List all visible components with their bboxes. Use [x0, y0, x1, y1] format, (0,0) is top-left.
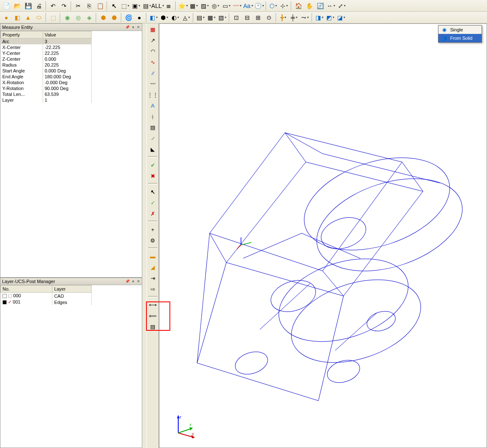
paste-icon[interactable]: 📋 [95, 1, 105, 11]
dropdown-item[interactable]: ◨From Solid [438, 34, 482, 42]
select-arrow-icon[interactable]: ↖ [109, 1, 119, 11]
open-file-icon[interactable]: 📂 [12, 1, 22, 11]
dim-hatch-icon[interactable]: ▨ [148, 322, 158, 332]
copy-icon[interactable]: ⎘ [84, 1, 94, 11]
wireframe-view-icon[interactable]: ⬡ [268, 1, 278, 11]
circle-dropdown-icon[interactable]: ◎ [210, 1, 220, 11]
shell2-icon[interactable]: ⬣ [109, 13, 119, 23]
table-row[interactable]: X-Center-22.225 [1, 44, 92, 50]
extend-right2-icon[interactable]: ⇨ [148, 284, 158, 294]
table-row[interactable]: ▢ 000CAD [1, 293, 92, 299]
spin-icon[interactable]: 🌀 [123, 13, 133, 23]
view-iso-dropdown[interactable]: ⬢ [159, 13, 169, 23]
view-fan-dropdown[interactable]: ◐ [170, 13, 180, 23]
snap-center-icon[interactable]: ⊙ [264, 13, 274, 23]
3d-viewport[interactable]: z y x [159, 23, 487, 448]
rotate-icon[interactable]: 🔄 [315, 1, 325, 11]
select-dim-icon[interactable]: ⟊ [148, 111, 158, 121]
table-row[interactable]: Z-Center0.000 [1, 56, 92, 62]
ruler-icon[interactable]: ╪ [289, 13, 299, 23]
table-row[interactable]: Layer1 [1, 97, 92, 103]
select-dots-icon[interactable]: ⋮⋮ [148, 90, 158, 100]
select-angle-icon[interactable]: ⟋ [148, 133, 158, 143]
redo-icon[interactable]: ↷ [59, 1, 69, 11]
table-row[interactable]: Arc3 [1, 39, 92, 45]
cube-edge-dropdown[interactable]: ◩ [325, 13, 335, 23]
select-hatch-icon[interactable]: ▨ [148, 122, 158, 132]
axis-dropdown-icon[interactable]: ⊹ [279, 1, 289, 11]
snap-point-icon[interactable]: ⊡ [231, 13, 241, 23]
cross-icon[interactable]: ✗ [148, 209, 158, 219]
snap-end-icon[interactable]: ⊞ [253, 13, 263, 23]
select-a-icon[interactable]: A [148, 100, 158, 111]
dim-v-icon[interactable]: ⟸ [148, 311, 158, 321]
snap-mid-icon[interactable]: ⊟ [242, 13, 252, 23]
close-icon[interactable]: ✕ [137, 279, 140, 283]
cube-solid-dropdown[interactable]: ◨ [314, 13, 324, 23]
shell-icon[interactable]: ⬢ [98, 13, 108, 23]
all-dropdown[interactable]: ALL [153, 1, 163, 11]
indent-dropdown-icon[interactable]: ▤ [142, 1, 152, 11]
accept-icon[interactable]: ✔ [148, 160, 158, 170]
extend-right-icon[interactable]: ⇥ [148, 273, 158, 283]
col-value[interactable]: Value [43, 31, 91, 39]
filter-dropdown-icon[interactable]: ▣ [131, 1, 141, 11]
pin-icon[interactable]: 📌 [125, 25, 130, 29]
layer2-dropdown[interactable]: ▦ [206, 13, 216, 23]
table-row[interactable]: End Angle180.000 Deg [1, 74, 92, 80]
subtract-icon[interactable]: ◎ [73, 13, 83, 23]
home-view-icon[interactable]: 🏠 [293, 1, 303, 11]
table-row[interactable]: ✓ 001Edges [1, 299, 92, 305]
text-aa-icon[interactable]: Aa [243, 1, 253, 11]
table-row[interactable]: Start Angle0.000 Deg [1, 68, 92, 74]
select-rect-icon[interactable]: ▦ [148, 24, 158, 34]
record-icon[interactable]: ● [134, 13, 144, 23]
view-tri-dropdown[interactable]: ◬ [181, 13, 191, 23]
select-curve-icon[interactable]: ∿ [148, 57, 158, 67]
select-dropdown-icon[interactable]: ⬚ [120, 1, 130, 11]
grid-icon[interactable]: ╋ [278, 13, 288, 23]
table-row[interactable]: Total Len...63.539 [1, 91, 92, 97]
table-row[interactable]: Y-Rotation90.000 Deg [1, 85, 92, 91]
rect-dropdown-icon[interactable]: ▭ [221, 1, 231, 11]
table-row[interactable]: Y-Center22.225 [1, 50, 92, 56]
col-layer[interactable]: Layer [52, 286, 92, 293]
col-property[interactable]: Property [1, 31, 43, 39]
box-dropdown-icon[interactable]: ▦ [189, 1, 199, 11]
print-icon[interactable]: 🖨 [34, 1, 44, 11]
cylinder-icon[interactable]: ⬭ [34, 13, 44, 23]
cone-icon[interactable]: ▲ [23, 13, 33, 23]
select-wave-icon[interactable]: 〰 [148, 79, 158, 89]
union-icon[interactable]: ◉ [62, 13, 72, 23]
wave-dropdown-icon[interactable]: 〰 [232, 1, 242, 11]
box-wireframe-icon[interactable]: ⬚ [48, 13, 58, 23]
view-cube-dropdown[interactable]: ◧ [149, 13, 159, 23]
pan-icon[interactable]: ✋ [304, 1, 314, 11]
layer-dropdown[interactable]: ▤ [195, 13, 205, 23]
check-icon[interactable]: ✓ [148, 198, 158, 208]
dropdown-icon[interactable]: ▾ [132, 279, 134, 283]
select-arc-icon[interactable]: ◠ [148, 46, 158, 56]
table-row[interactable]: X-Rotation-0.000 Deg [1, 80, 92, 85]
intersect-icon[interactable]: ◈ [84, 13, 94, 23]
select-cursor-icon[interactable]: ↖ [148, 187, 158, 197]
pin-icon[interactable]: 📌 [125, 279, 130, 283]
select-line-icon[interactable]: ↗ [148, 35, 158, 45]
select-edge-icon[interactable]: ⫽ [148, 68, 158, 78]
dim-h-icon[interactable]: ⟷ [148, 300, 158, 310]
refresh-dropdown-icon[interactable]: 🕐 [254, 1, 264, 11]
cube-face-dropdown[interactable]: ◪ [336, 13, 346, 23]
diagonal-dropdown-icon[interactable]: ▨ [200, 1, 210, 11]
star-dropdown-icon[interactable]: ⭐ [178, 1, 188, 11]
sphere-icon[interactable]: ● [1, 13, 11, 23]
cut-icon[interactable]: ✂ [73, 1, 83, 11]
cube-icon[interactable]: ◧ [12, 13, 22, 23]
gear-icon[interactable]: ⚙ [148, 235, 158, 245]
extend-icon[interactable]: ⤳ [300, 13, 310, 23]
save-icon[interactable]: 💾 [23, 1, 33, 11]
table-row[interactable]: Radius20.225 [1, 62, 92, 68]
bullet-icon[interactable]: ≣ [164, 1, 174, 11]
dropdown-item[interactable]: ◉Single [438, 26, 482, 34]
layer3-dropdown[interactable]: ▧ [217, 13, 227, 23]
dropdown-icon[interactable]: ▾ [132, 25, 134, 29]
